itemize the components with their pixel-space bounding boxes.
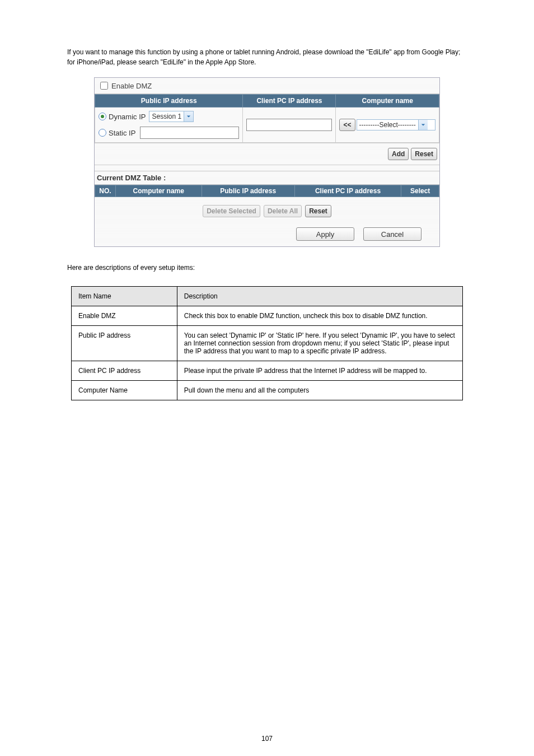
intro-text: If you want to manage this function by u… — [67, 47, 467, 67]
table-row: Public IP address You can select 'Dynami… — [72, 326, 463, 361]
header-client-ip: Client PC IP address — [243, 95, 336, 108]
header-computer-name: Computer name — [336, 95, 439, 108]
static-ip-input[interactable] — [140, 127, 239, 139]
enable-dmz-label: Enable DMZ — [111, 82, 152, 90]
list-header-select: Select — [401, 185, 439, 197]
page-number: 107 — [0, 735, 534, 743]
cancel-button[interactable]: Cancel — [363, 227, 421, 241]
session-select[interactable]: Session 1 — [149, 111, 194, 122]
reset-button[interactable]: Reset — [411, 148, 437, 160]
apply-button[interactable]: Apply — [296, 227, 354, 241]
client-ip-input[interactable] — [246, 119, 332, 131]
add-button[interactable]: Add — [388, 148, 409, 160]
static-ip-radio[interactable] — [99, 129, 106, 137]
list-header-no: NO. — [95, 185, 116, 197]
chevron-down-icon — [418, 120, 428, 130]
dmz-panel: Enable DMZ Public IP address Client PC I… — [94, 77, 440, 247]
table-row: Client PC IP address Please input the pr… — [72, 361, 463, 381]
enable-dmz-checkbox[interactable] — [100, 82, 108, 90]
list-header-public-ip: Public IP address — [202, 185, 294, 197]
info-table: Item Name Description Enable DMZ Check t… — [71, 286, 463, 400]
current-dmz-table-title: Current DMZ Table : — [95, 171, 439, 185]
dynamic-ip-label: Dynamic IP — [109, 113, 146, 121]
reset-list-button[interactable]: Reset — [305, 205, 331, 217]
table-row: Computer Name Pull down the menu and all… — [72, 381, 463, 400]
table-row: Enable DMZ Check this box to enable DMZ … — [72, 306, 463, 326]
list-header-computer-name: Computer name — [115, 185, 202, 197]
header-public-ip: Public IP address — [95, 95, 243, 108]
info-heading: Here are descriptions of every setup ite… — [67, 263, 467, 273]
list-header-client-ip: Client PC IP address — [294, 185, 401, 197]
insert-button[interactable]: << — [339, 119, 355, 131]
info-head-item: Item Name — [72, 287, 177, 306]
static-ip-label: Static IP — [109, 129, 135, 137]
computer-name-select[interactable]: ---------Select-------- — [357, 119, 436, 130]
chevron-down-icon — [184, 111, 193, 122]
delete-selected-button[interactable]: Delete Selected — [203, 205, 260, 217]
dynamic-ip-radio[interactable] — [99, 113, 106, 120]
delete-all-button[interactable]: Delete All — [264, 205, 302, 217]
info-head-desc: Description — [177, 287, 462, 306]
